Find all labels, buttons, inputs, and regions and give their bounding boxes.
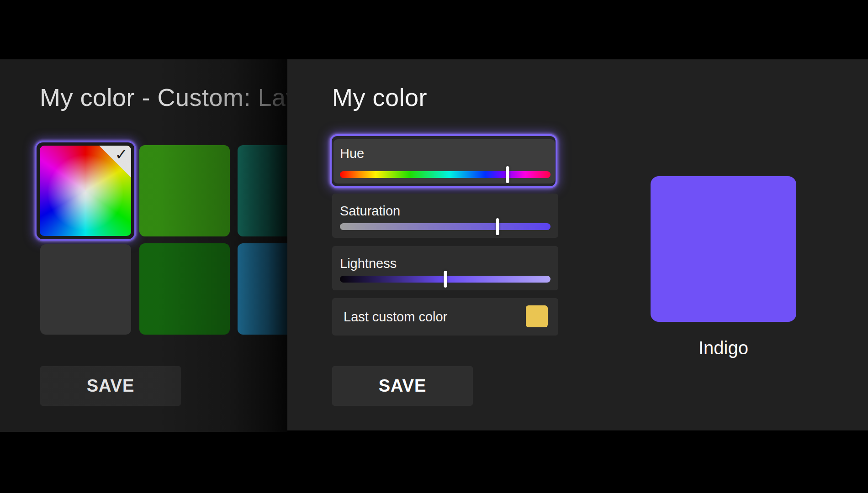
swatch-dark-gray[interactable] <box>40 244 131 335</box>
swatch-dark-green[interactable] <box>139 243 230 335</box>
color-preview-name: Indigo <box>651 338 796 358</box>
lightness-slider-card[interactable]: Lightness <box>332 246 558 290</box>
saturation-slider-track[interactable] <box>340 223 550 230</box>
hue-label: Hue <box>340 146 364 161</box>
color-preview-swatch <box>651 176 796 322</box>
right-panel-title: My color <box>332 83 427 111</box>
lightness-slider-track[interactable] <box>340 276 550 283</box>
last-custom-color-swatch <box>526 305 548 327</box>
swatch-green[interactable] <box>139 145 230 236</box>
saturation-label: Saturation <box>340 204 400 219</box>
last-custom-color-row[interactable]: Last custom color <box>332 298 558 336</box>
panel-my-color-presets: My color - Custom: Laver ✓ SAVE <box>0 59 287 432</box>
save-button-right[interactable]: SAVE <box>332 366 473 406</box>
saturation-slider-card[interactable]: Saturation <box>332 194 558 238</box>
swatch-teal[interactable] <box>238 145 287 236</box>
hue-slider-thumb[interactable] <box>506 166 509 183</box>
last-custom-color-label: Last custom color <box>344 298 447 336</box>
check-icon: ✓ <box>115 147 128 162</box>
save-button-left[interactable]: SAVE <box>40 366 181 406</box>
lightness-label: Lightness <box>340 256 397 271</box>
swatch-blue[interactable] <box>238 243 287 335</box>
color-settings-screen: My color - Custom: Laver ✓ SAVE My color… <box>0 0 868 493</box>
left-panel-title: My color - Custom: Laver <box>40 83 287 111</box>
saturation-slider-thumb[interactable] <box>496 218 499 235</box>
swatch-custom-color-wheel[interactable]: ✓ <box>40 146 131 236</box>
panel-my-color-custom: My color Hue Saturation Lightness Last c… <box>287 59 868 430</box>
hue-slider-card[interactable]: Hue <box>333 139 555 184</box>
lightness-slider-thumb[interactable] <box>444 271 447 288</box>
hue-slider-track[interactable] <box>340 171 550 178</box>
